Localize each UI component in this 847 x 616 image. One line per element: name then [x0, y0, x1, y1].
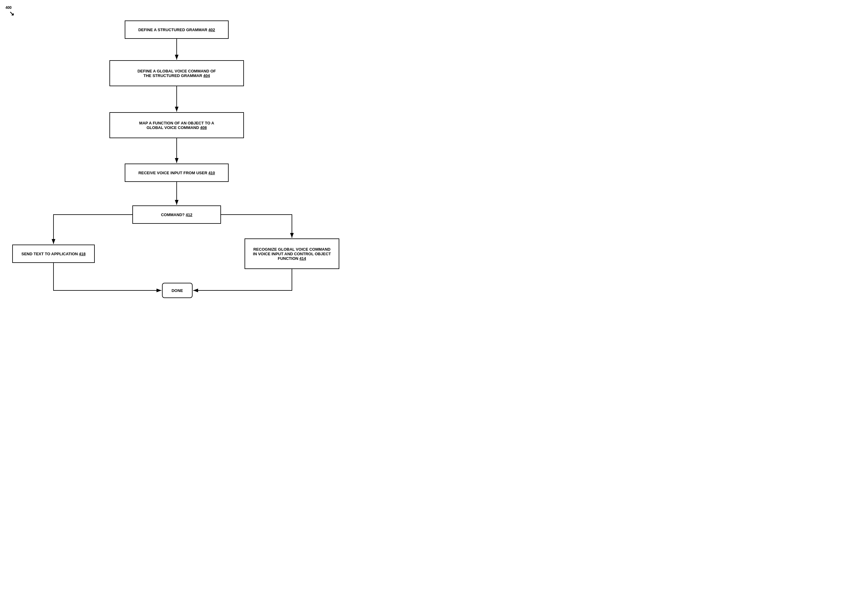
box-command-text: COMMAND? 412 — [161, 213, 193, 217]
box-command: COMMAND? 412 — [132, 205, 221, 224]
box-map-function-text: MAP A FUNCTION OF AN OBJECT TO AGLOBAL V… — [139, 121, 214, 130]
box-define-grammar-text: DEFINE A STRUCTURED GRAMMAR 402 — [138, 28, 215, 32]
box-receive-voice-text: RECEIVE VOICE INPUT FROM USER 410 — [139, 171, 215, 175]
figure-number: 400 — [6, 6, 12, 10]
box-define-grammar: DEFINE A STRUCTURED GRAMMAR 402 — [125, 21, 229, 39]
box-send-text: SEND TEXT TO APPLICATION 418 — [12, 245, 95, 263]
box-define-command: DEFINE A GLOBAL VOICE COMMAND OFTHE STRU… — [109, 60, 244, 86]
box-map-function: MAP A FUNCTION OF AN OBJECT TO AGLOBAL V… — [109, 112, 244, 138]
box-receive-voice: RECEIVE VOICE INPUT FROM USER 410 — [125, 164, 229, 182]
box-recognize: RECOGNIZE GLOBAL VOICE COMMANDIN VOICE I… — [245, 238, 339, 269]
figure-arrow: ↘ — [9, 10, 14, 17]
box-send-text-text: SEND TEXT TO APPLICATION 418 — [21, 252, 86, 256]
box-recognize-text: RECOGNIZE GLOBAL VOICE COMMANDIN VOICE I… — [253, 247, 331, 261]
flowchart-diagram: 400 ↘ DEFINE A STRUCTURED GRAMMAR 402 — [0, 0, 424, 308]
box-done-text: DONE — [171, 288, 183, 293]
box-done: DONE — [162, 283, 193, 298]
box-define-command-text: DEFINE A GLOBAL VOICE COMMAND OFTHE STRU… — [137, 69, 216, 78]
